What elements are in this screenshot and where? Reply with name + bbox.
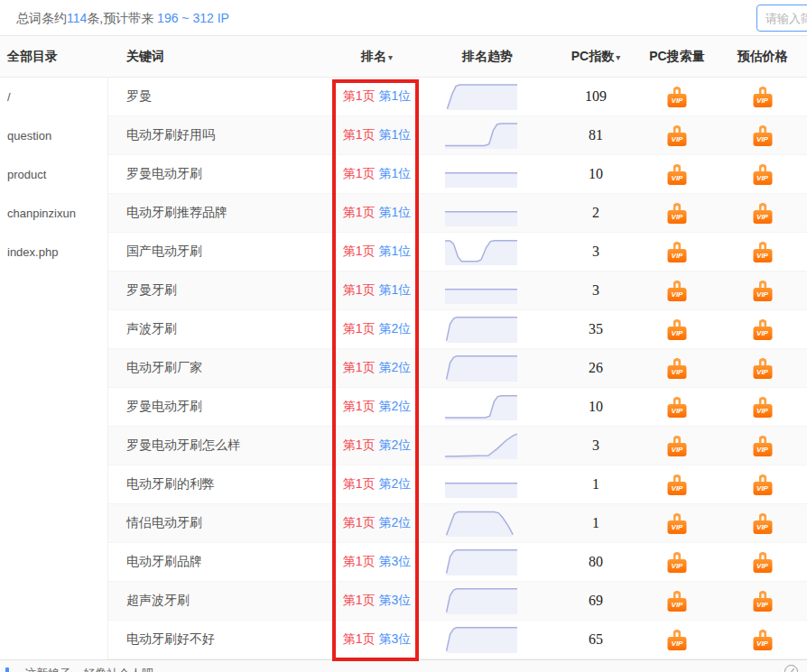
rank-cell[interactable]: 第1页第2位 xyxy=(334,515,420,531)
vip-lock-icon[interactable]: VIP xyxy=(665,203,689,224)
vip-lock-icon[interactable]: VIP xyxy=(751,474,775,495)
vip-lock-icon[interactable]: VIP xyxy=(665,397,689,418)
vip-lock-label: VIP xyxy=(668,171,687,185)
rank-cell[interactable]: 第1页第1位 xyxy=(334,205,420,221)
rank-cell[interactable]: 第1页第3位 xyxy=(334,631,420,648)
vip-lock-icon[interactable]: VIP xyxy=(665,281,689,301)
rank-cell[interactable]: 第1页第1位 xyxy=(334,282,420,299)
pc-index-value: 3 xyxy=(555,244,636,260)
vip-lock-icon[interactable]: VIP xyxy=(751,203,775,224)
rank-pos-link[interactable]: 第1位 xyxy=(379,88,412,103)
rank-pos-link[interactable]: 第3位 xyxy=(379,554,412,568)
rank-pos-link[interactable]: 第3位 xyxy=(379,631,412,646)
rank-page-link[interactable]: 第1页 xyxy=(343,88,376,103)
vip-lock-icon[interactable]: VIP xyxy=(751,630,775,650)
vip-lock-icon[interactable]: VIP xyxy=(665,591,689,612)
rank-cell[interactable]: 第1页第2位 xyxy=(334,360,420,376)
rank-page-link[interactable]: 第1页 xyxy=(343,631,376,646)
rank-cell[interactable]: 第1页第3位 xyxy=(334,554,420,570)
keyword-cell: 罗曼电动牙刷怎么样 xyxy=(108,437,334,454)
rank-pos-link[interactable]: 第2位 xyxy=(379,321,412,336)
rank-pos-link[interactable]: 第2位 xyxy=(379,515,412,529)
rank-cell[interactable]: 第1页第2位 xyxy=(334,321,420,337)
trend-cell xyxy=(420,161,555,188)
rank-page-link[interactable]: 第1页 xyxy=(343,476,376,491)
vip-lock-icon[interactable]: VIP xyxy=(665,436,689,456)
vip-lock-icon[interactable]: VIP xyxy=(751,552,775,573)
keyword-cell: 电动牙刷推荐品牌 xyxy=(108,205,334,221)
rank-page-link[interactable]: 第1页 xyxy=(343,166,376,180)
vip-lock-icon[interactable]: VIP xyxy=(751,358,775,379)
summary-prefix: 总词条约 xyxy=(16,11,67,25)
table-row: 电动牙刷好不好 第1页第3位 65 VIP VIP xyxy=(0,621,807,659)
rank-page-link[interactable]: 第1页 xyxy=(343,437,376,452)
rank-cell[interactable]: 第1页第2位 xyxy=(334,399,420,415)
rank-page-link[interactable]: 第1页 xyxy=(343,244,376,258)
bottom-bar: ，这新娘子，好像社会人吧 xyxy=(0,659,807,672)
table-row: 情侣电动牙刷 第1页第2位 1 VIP VIP xyxy=(0,504,807,543)
rank-pos-link[interactable]: 第1位 xyxy=(379,166,412,180)
vip-lock-icon[interactable]: VIP xyxy=(751,125,775,146)
vip-lock-icon[interactable]: VIP xyxy=(665,125,689,146)
vip-lock-icon[interactable]: VIP xyxy=(665,474,689,495)
trend-cell xyxy=(420,83,555,110)
rank-pos-link[interactable]: 第1位 xyxy=(379,205,412,219)
rank-cell[interactable]: 第1页第1位 xyxy=(334,127,420,143)
rank-page-link[interactable]: 第1页 xyxy=(343,321,376,336)
rank-page-link[interactable]: 第1页 xyxy=(343,127,376,142)
vip-lock-icon[interactable]: VIP xyxy=(751,513,775,534)
pc-index-value: 81 xyxy=(555,127,636,143)
rank-pos-link[interactable]: 第2位 xyxy=(379,476,412,491)
column-header-pc-index[interactable]: PC指数▾ xyxy=(555,49,636,65)
rank-pos-link[interactable]: 第1位 xyxy=(379,244,412,258)
rank-page-link[interactable]: 第1页 xyxy=(343,282,376,297)
rank-pos-link[interactable]: 第2位 xyxy=(379,437,412,452)
rank-cell[interactable]: 第1页第3位 xyxy=(334,593,420,609)
rank-pos-link[interactable]: 第1位 xyxy=(379,127,412,142)
vip-lock-icon[interactable]: VIP xyxy=(751,281,775,301)
rank-pos-link[interactable]: 第2位 xyxy=(379,360,412,374)
vip-lock-icon[interactable]: VIP xyxy=(665,87,689,107)
vip-lock-icon[interactable]: VIP xyxy=(751,319,775,340)
vip-lock-icon[interactable]: VIP xyxy=(751,87,775,107)
vip-lock-icon[interactable]: VIP xyxy=(665,630,689,650)
rank-pos-link[interactable]: 第2位 xyxy=(379,399,412,413)
sidebar-item-[interactable]: / xyxy=(0,78,107,116)
vip-lock-label: VIP xyxy=(753,133,772,146)
rank-page-link[interactable]: 第1页 xyxy=(343,205,376,219)
sidebar-item-product[interactable]: product xyxy=(0,155,107,194)
keyword-cell: 电动牙刷厂家 xyxy=(108,360,334,376)
rank-page-link[interactable]: 第1页 xyxy=(343,515,376,529)
vip-lock-icon[interactable]: VIP xyxy=(751,436,775,456)
pc-index-value: 80 xyxy=(555,554,636,570)
vip-lock-icon[interactable]: VIP xyxy=(665,319,689,340)
sidebar-item-question[interactable]: question xyxy=(0,116,107,155)
rank-cell[interactable]: 第1页第1位 xyxy=(334,166,420,182)
vip-lock-icon[interactable]: VIP xyxy=(665,513,689,534)
table-body: 罗曼 第1页第1位 109 VIP VIP 电动牙刷好用吗 第1页第1位 xyxy=(0,78,807,659)
rank-cell[interactable]: 第1页第2位 xyxy=(334,437,420,454)
vip-lock-icon[interactable]: VIP xyxy=(751,164,775,185)
pc-index-value: 35 xyxy=(555,321,636,337)
vip-lock-icon[interactable]: VIP xyxy=(665,552,689,573)
vip-lock-icon[interactable]: VIP xyxy=(665,358,689,379)
rank-pos-link[interactable]: 第3位 xyxy=(379,593,412,607)
vip-lock-icon[interactable]: VIP xyxy=(665,164,689,185)
search-input[interactable] xyxy=(756,5,807,32)
vip-lock-icon[interactable]: VIP xyxy=(751,242,775,262)
rank-page-link[interactable]: 第1页 xyxy=(343,360,376,374)
rank-page-link[interactable]: 第1页 xyxy=(343,554,376,568)
rank-page-link[interactable]: 第1页 xyxy=(343,593,376,607)
column-header-rank[interactable]: 排名▾ xyxy=(334,49,420,65)
rank-pos-link[interactable]: 第1位 xyxy=(379,282,412,297)
rank-cell[interactable]: 第1页第2位 xyxy=(334,476,420,492)
clock-icon[interactable] xyxy=(784,665,798,672)
vip-lock-icon[interactable]: VIP xyxy=(665,242,689,262)
sidebar-item-index-php[interactable]: index.php xyxy=(0,233,107,272)
rank-cell[interactable]: 第1页第1位 xyxy=(334,244,420,260)
vip-lock-icon[interactable]: VIP xyxy=(751,591,775,612)
rank-cell[interactable]: 第1页第1位 xyxy=(334,88,420,105)
rank-page-link[interactable]: 第1页 xyxy=(343,399,376,413)
vip-lock-icon[interactable]: VIP xyxy=(751,397,775,418)
sidebar-item-chanpinzixun[interactable]: chanpinzixun xyxy=(0,194,107,233)
